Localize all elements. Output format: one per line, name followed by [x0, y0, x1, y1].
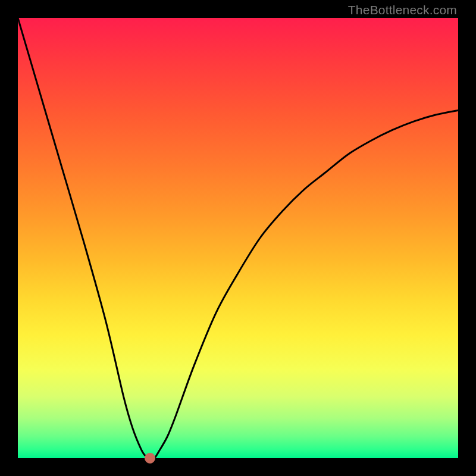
- watermark-text: TheBottleneck.com: [348, 3, 457, 17]
- optimum-marker: [145, 453, 155, 464]
- plot-area: [18, 18, 458, 458]
- chart-frame: TheBottleneck.com: [0, 0, 476, 476]
- bottleneck-curve: [18, 18, 458, 458]
